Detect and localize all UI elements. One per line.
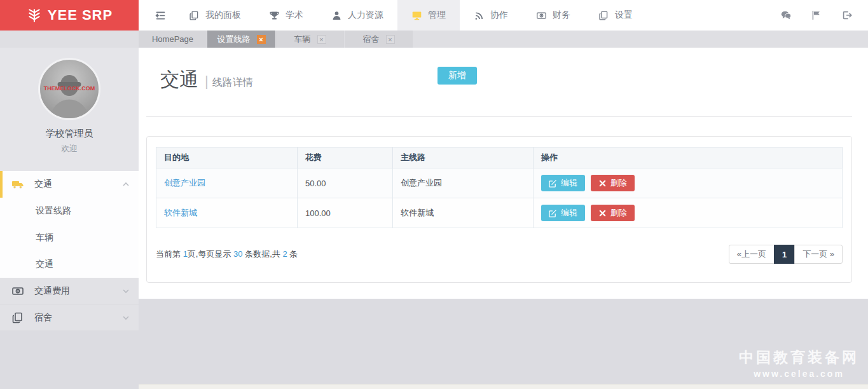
copy-icon	[11, 311, 24, 324]
top-nav: 我的面板 学术 人力资源 管理 协作	[139, 0, 780, 31]
col-header-destination: 目的地	[156, 147, 298, 168]
banknote-icon	[536, 10, 547, 21]
menu-label: 设置线路	[36, 205, 71, 217]
destination-link[interactable]: 软件新城	[164, 208, 197, 217]
edit-label: 编辑	[561, 177, 577, 189]
nav-item-dashboard[interactable]: 我的面板	[175, 0, 255, 31]
site-watermark: 中国教育装备网 www.celea.com	[739, 348, 859, 379]
copy-icon	[598, 10, 609, 21]
header-divider	[146, 116, 852, 117]
tab-label: 宿舍	[363, 34, 380, 45]
delete-x-icon	[598, 179, 607, 188]
chevron-down-icon	[122, 314, 130, 322]
tab-bar: HomePage 设置线路 × 车辆 × 宿舍 ×	[0, 31, 868, 48]
summary-text: 条数据,共	[243, 249, 283, 259]
delete-label: 删除	[610, 177, 627, 189]
tab-homepage[interactable]: HomePage	[139, 31, 207, 48]
transport-submenu: 设置线路 车辆 交通	[0, 198, 139, 278]
nav-item-settings[interactable]: 设置	[584, 0, 647, 31]
nav-label: 人力资源	[348, 10, 383, 21]
nav-label: 管理	[428, 10, 446, 21]
summary-page-size: 30	[233, 249, 242, 259]
truck-icon	[11, 178, 24, 191]
flag-icon[interactable]	[811, 10, 822, 21]
sidebar-item-set-route[interactable]: 设置线路	[0, 198, 139, 224]
next-page-button[interactable]: 下一页 »	[794, 245, 843, 264]
col-header-mainline: 主线路	[393, 147, 534, 168]
sidebar-item-transport[interactable]: 交通	[0, 171, 139, 198]
routes-table: 目的地 花费 主线路 操作 创意产业园 50.00 创意产业园 编辑	[156, 147, 843, 228]
user-name: 学校管理员	[0, 128, 139, 140]
nav-item-management[interactable]: 管理	[397, 0, 460, 31]
edit-icon	[549, 209, 557, 217]
mainline-cell: 软件新城	[393, 198, 534, 228]
nav-item-academic[interactable]: 学术	[255, 0, 317, 31]
logout-icon[interactable]	[841, 10, 853, 21]
horizontal-scrollbar[interactable]	[139, 384, 868, 389]
chevron-down-icon	[122, 287, 130, 295]
page-title: 交通	[160, 69, 198, 90]
tab-label: 车辆	[294, 34, 311, 45]
sidebar-item-vehicles[interactable]: 车辆	[0, 224, 139, 251]
user-profile: THEMELOCK.COM 学校管理员 欢迎	[0, 48, 139, 163]
tab-label: HomePage	[152, 34, 193, 44]
nav-item-finance[interactable]: 财务	[522, 0, 584, 31]
rss-icon	[474, 10, 485, 21]
tab-close-icon[interactable]: ×	[317, 35, 326, 44]
cost-cell: 50.00	[298, 168, 393, 198]
monitor-icon	[411, 10, 422, 21]
page-subtitle: 线路详情	[212, 77, 253, 88]
nav-item-collaboration[interactable]: 协作	[460, 0, 522, 31]
nav-label: 我的面板	[205, 10, 241, 21]
top-bar: YEE SRP 我的面板 学术 人力资源	[0, 0, 868, 31]
avatar[interactable]: THEMELOCK.COM	[38, 58, 100, 120]
title-separator: |	[205, 73, 209, 89]
tab-set-route[interactable]: 设置线路 ×	[207, 31, 276, 48]
nav-label: 学术	[286, 10, 303, 21]
delete-button[interactable]: 删除	[591, 175, 635, 191]
page-header: 交通|线路详情 新增	[139, 48, 868, 116]
table-row: 软件新城 100.00 软件新城 编辑 删除	[156, 198, 843, 228]
col-header-cost: 花费	[298, 147, 393, 168]
delete-button[interactable]: 删除	[591, 205, 635, 221]
table-header-row: 目的地 花费 主线路 操作	[156, 147, 843, 168]
page-1-button[interactable]: 1	[774, 245, 795, 264]
prev-page-button[interactable]: «上一页	[729, 245, 775, 264]
sidebar-menu: 交通 设置线路 车辆 交通 交通费用	[0, 171, 139, 331]
pager: «上一页 1 下一页 »	[729, 245, 843, 264]
menu-label: 交通	[34, 179, 52, 190]
col-header-actions: 操作	[534, 147, 843, 168]
tab-dormitory[interactable]: 宿舍 ×	[345, 31, 413, 48]
sidebar: THEMELOCK.COM 学校管理员 欢迎 交通 设置线路 车辆	[0, 48, 139, 310]
summary-total: 2	[282, 249, 287, 259]
mainline-cell: 创意产业园	[393, 168, 534, 198]
watermark-line1: 中国教育装备网	[739, 348, 859, 367]
menu-label: 宿舍	[34, 312, 52, 324]
main-content: 交通|线路详情 新增 目的地 花费 主线路 操作 创意产业园 50.00 创意产…	[139, 48, 868, 299]
summary-current-page: 1	[183, 249, 188, 259]
summary-text: 条	[287, 249, 298, 259]
nav-item-hr[interactable]: 人力资源	[317, 0, 397, 31]
banknote-icon	[11, 285, 24, 297]
sidebar-toggle-button[interactable]	[146, 0, 175, 31]
comments-icon[interactable]	[780, 10, 792, 21]
edit-button[interactable]: 编辑	[541, 175, 585, 191]
top-right-icons	[780, 0, 868, 31]
add-button[interactable]: 新增	[437, 67, 477, 85]
tab-close-icon[interactable]: ×	[257, 35, 266, 44]
app-logo[interactable]: YEE SRP	[0, 0, 139, 31]
tab-close-icon[interactable]: ×	[386, 35, 395, 44]
edit-label: 编辑	[561, 207, 577, 219]
edit-button[interactable]: 编辑	[541, 205, 585, 221]
watermark-line2: www.celea.com	[739, 369, 859, 379]
destination-link[interactable]: 创意产业园	[164, 178, 205, 188]
tab-label: 设置线路	[217, 34, 251, 45]
tab-vehicles[interactable]: 车辆 ×	[276, 31, 345, 48]
cost-cell: 100.00	[298, 198, 393, 228]
edit-icon	[549, 179, 557, 188]
sidebar-item-dormitory[interactable]: 宿舍	[0, 304, 139, 331]
sidebar-item-transport-cost[interactable]: 交通费用	[0, 278, 139, 304]
menu-label: 交通	[36, 259, 53, 270]
sidebar-item-traffic[interactable]: 交通	[0, 251, 139, 278]
logo-text: YEE SRP	[48, 7, 113, 24]
